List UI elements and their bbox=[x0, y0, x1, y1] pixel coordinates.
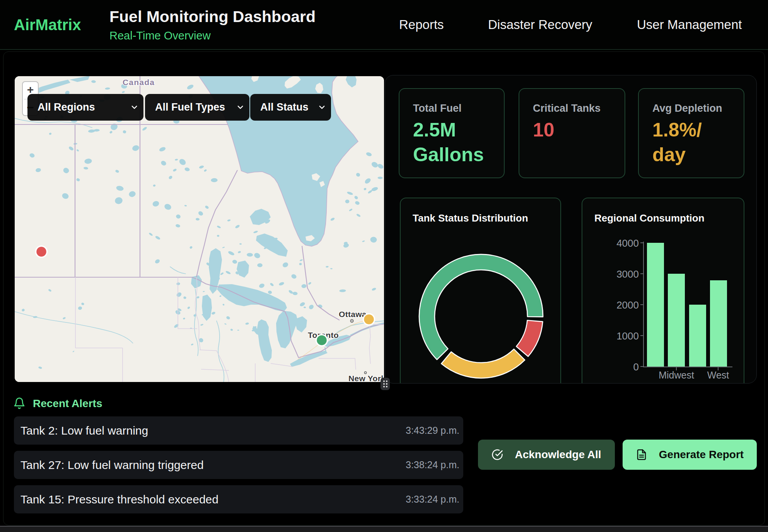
svg-text:Canada: Canada bbox=[123, 78, 155, 87]
svg-text:0: 0 bbox=[633, 361, 639, 373]
svg-text:Midwest: Midwest bbox=[659, 370, 694, 380]
svg-text:2000: 2000 bbox=[616, 299, 639, 311]
svg-text:4000: 4000 bbox=[616, 237, 639, 249]
svg-text:West: West bbox=[707, 370, 729, 380]
svg-text:New York: New York bbox=[348, 374, 384, 382]
svg-text:3000: 3000 bbox=[616, 268, 639, 280]
svg-text:Ottawa: Ottawa bbox=[339, 310, 367, 319]
svg-text:1000: 1000 bbox=[616, 330, 639, 342]
